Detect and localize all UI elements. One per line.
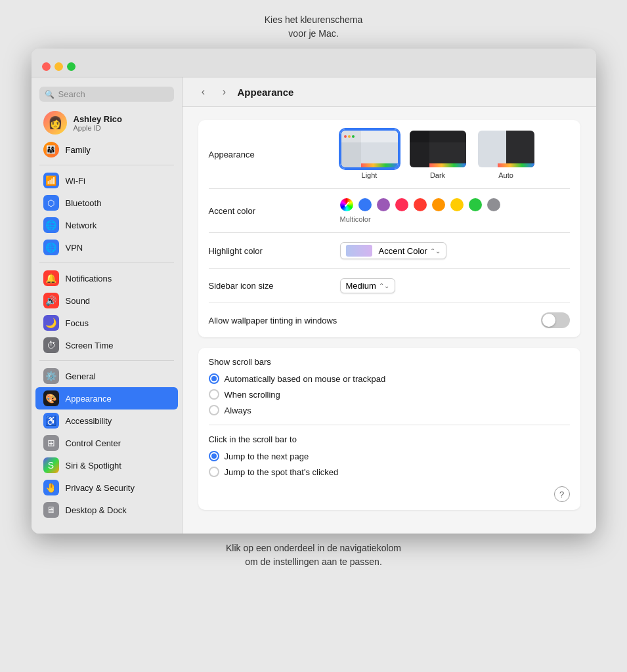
appearance-option-auto[interactable]: Auto	[477, 129, 536, 179]
help-button[interactable]: ?	[554, 486, 570, 502]
sidebar-item-network[interactable]: 🌐 Network	[35, 214, 178, 236]
maximize-button[interactable]	[67, 62, 76, 71]
sidebar-item-general[interactable]: ⚙️ General	[35, 365, 178, 387]
screentime-label: Screen Time	[66, 341, 114, 350]
auto-thumb-img	[478, 131, 534, 167]
scroll-always-label: Always	[225, 406, 251, 415]
window-body: 🔍 Search 👩 Ashley Rico Apple ID 👨‍👩‍👧 Fa…	[32, 77, 596, 534]
minimize-button[interactable]	[54, 62, 63, 71]
sidebar-item-privacy[interactable]: 🤚 Privacy & Security	[35, 476, 178, 499]
light-label: Light	[362, 171, 378, 179]
search-icon: 🔍	[45, 90, 54, 99]
sidebar-item-bluetooth[interactable]: ⬡ Bluetooth	[35, 192, 178, 214]
family-avatar: 👨‍👩‍👧	[43, 142, 59, 158]
search-container: 🔍 Search	[32, 83, 182, 107]
appearance-option-light[interactable]: Light	[340, 129, 399, 179]
wallpaper-tinting-toggle[interactable]	[541, 312, 570, 328]
highlight-color-label: Highlight color	[209, 246, 340, 256]
appearance-thumb-dark[interactable]	[408, 129, 467, 169]
appearance-setting-label: Appearance	[209, 150, 340, 159]
color-green[interactable]	[469, 198, 482, 211]
sidebar-item-accessibility[interactable]: ♿ Accessibility	[35, 410, 178, 432]
appearance-group: Appearance	[198, 120, 580, 337]
appearance-icon: 🎨	[43, 390, 59, 406]
close-button[interactable]	[42, 62, 51, 71]
click-spot-radio[interactable]	[209, 467, 219, 477]
appearance-control: Light	[340, 129, 570, 179]
scroll-auto-radio[interactable]	[209, 373, 219, 384]
color-row	[340, 198, 500, 211]
appearance-row: Appearance	[209, 120, 570, 189]
auto-label: Auto	[498, 171, 513, 179]
wallpaper-tinting-control	[340, 312, 570, 328]
sidebar-item-wifi[interactable]: 📶 Wi-Fi	[35, 169, 178, 192]
scroll-scrolling-radio[interactable]	[209, 389, 219, 400]
appearance-thumb-auto[interactable]	[477, 129, 536, 169]
click-next-label: Jump to the next page	[225, 452, 309, 461]
sidebar-item-profile[interactable]: 👩 Ashley Rico Apple ID	[35, 107, 178, 138]
appearance-options: Light	[340, 129, 536, 179]
profile-name: Ashley Rico	[74, 114, 122, 124]
sidebar-item-controlcenter[interactable]: ⊞ Control Center	[35, 432, 178, 454]
general-label: General	[66, 371, 96, 381]
controlcenter-icon: ⊞	[43, 435, 59, 451]
accent-color-control: Multicolor	[340, 198, 570, 223]
settings-area: Appearance	[183, 107, 596, 534]
sidebar-item-family[interactable]: 👨‍👩‍👧 Family	[35, 138, 178, 161]
scroll-bars-title: Show scroll bars	[209, 357, 570, 367]
appearance-option-dark[interactable]: Dark	[408, 129, 467, 179]
sidebar-item-sound[interactable]: 🔊 Sound	[35, 289, 178, 312]
accessibility-icon: ♿	[43, 413, 59, 429]
siri-label: Siri & Spotlight	[66, 461, 121, 471]
network-icon: 🌐	[43, 217, 59, 233]
color-pink[interactable]	[395, 198, 408, 211]
divider-1	[39, 165, 174, 165]
family-label: Family	[66, 145, 91, 155]
focus-icon: 🌙	[43, 315, 59, 331]
privacy-icon: 🤚	[43, 480, 59, 495]
color-gray[interactable]	[487, 198, 500, 211]
highlight-color-dropdown[interactable]: Accent Color ⌃⌄	[340, 242, 446, 259]
sidebar-icon-size-label: Sidebar icon size	[209, 281, 340, 291]
color-orange[interactable]	[432, 198, 445, 211]
highlight-color-control: Accent Color ⌃⌄	[340, 242, 570, 259]
highlight-color-value: Accent Color	[379, 246, 427, 256]
color-blue[interactable]	[358, 198, 372, 211]
search-bar[interactable]: 🔍 Search	[39, 87, 174, 102]
sidebar-item-screentime[interactable]: ⏱ Screen Time	[35, 334, 178, 356]
bluetooth-label: Bluetooth	[66, 198, 102, 208]
back-button[interactable]: ‹	[196, 84, 211, 100]
dark-thumb-img	[410, 131, 466, 167]
color-red[interactable]	[414, 198, 427, 211]
scroll-always-option[interactable]: Always	[209, 405, 570, 415]
sidebar-item-vpn[interactable]: 🌐 VPN	[35, 236, 178, 259]
sidebar-item-focus[interactable]: 🌙 Focus	[35, 312, 178, 334]
click-next-radio[interactable]	[209, 451, 219, 461]
scroll-scrolling-option[interactable]: When scrolling	[209, 389, 570, 400]
desktop-icon: 🖥	[43, 502, 59, 518]
color-yellow[interactable]	[450, 198, 464, 211]
sidebar-icon-size-dropdown[interactable]: Medium ⌃⌄	[340, 278, 395, 293]
color-multicolor[interactable]	[340, 198, 353, 211]
forward-button[interactable]: ›	[217, 84, 232, 100]
wifi-label: Wi-Fi	[66, 176, 85, 186]
sidebar-item-desktop[interactable]: 🖥 Desktop & Dock	[35, 499, 178, 521]
scroll-always-radio[interactable]	[209, 405, 219, 415]
color-purple[interactable]	[377, 198, 390, 211]
click-spot-option[interactable]: Jump to the spot that's clicked	[209, 467, 570, 477]
highlight-preview	[346, 245, 372, 257]
sidebar-item-appearance[interactable]: 🎨 Appearance	[35, 387, 178, 410]
bluetooth-icon: ⬡	[43, 195, 59, 211]
click-next-option[interactable]: Jump to the next page	[209, 451, 570, 461]
divider-2	[39, 262, 174, 263]
scroll-radio-group: Automatically based on mouse or trackpad…	[209, 373, 570, 415]
scroll-auto-option[interactable]: Automatically based on mouse or trackpad	[209, 373, 570, 384]
sidebar: 🔍 Search 👩 Ashley Rico Apple ID 👨‍👩‍👧 Fa…	[32, 77, 183, 534]
main-window: 🔍 Search 👩 Ashley Rico Apple ID 👨‍👩‍👧 Fa…	[32, 49, 596, 534]
vpn-icon: 🌐	[43, 240, 59, 255]
accessibility-label: Accessibility	[66, 416, 112, 426]
sidebar-item-notifications[interactable]: 🔔 Notifications	[35, 267, 178, 289]
sidebar-item-siri[interactable]: S Siri & Spotlight	[35, 454, 178, 476]
sidebar-size-dropdown-arrow: ⌃⌄	[379, 282, 389, 289]
appearance-thumb-light[interactable]	[340, 129, 399, 169]
